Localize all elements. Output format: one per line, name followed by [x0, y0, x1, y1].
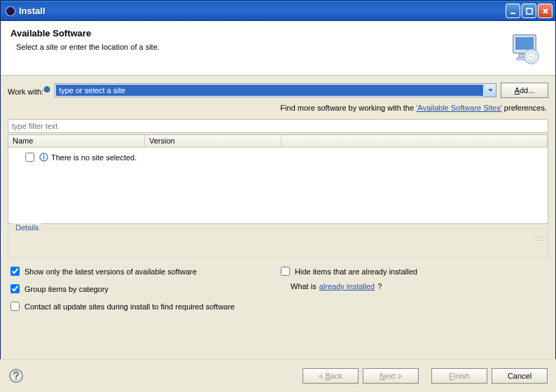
window-title: Install — [19, 6, 506, 16]
details-legend: Details — [13, 223, 42, 232]
finish-button: Finish — [431, 368, 487, 384]
app-icon — [5, 6, 16, 17]
already-installed-link[interactable]: already installed — [319, 282, 375, 290]
col-spacer — [282, 135, 548, 147]
help-icon[interactable] — [8, 368, 24, 384]
workwith-label: Work with:⬤ — [8, 85, 50, 96]
svg-rect-6 — [515, 37, 534, 50]
svg-point-16 — [15, 379, 17, 380]
col-name[interactable]: Name — [8, 135, 145, 147]
titlebar: Install — [1, 1, 555, 21]
filter-input[interactable] — [8, 119, 548, 133]
col-version[interactable]: Version — [145, 135, 282, 147]
svg-rect-13 — [43, 156, 44, 160]
workwith-combo[interactable] — [55, 83, 496, 97]
svg-point-11 — [530, 55, 532, 57]
svg-rect-2 — [6, 9, 15, 12]
available-sites-link[interactable]: 'Available Software Sites' — [416, 104, 502, 112]
info-icon — [39, 153, 48, 162]
svg-point-14 — [43, 155, 45, 156]
resize-handle[interactable] — [535, 237, 545, 241]
group-category-label: Group items by category — [25, 285, 109, 293]
cancel-button[interactable]: Cancel — [492, 368, 548, 384]
contact-all-label: Contact all update sites during install … — [25, 302, 235, 311]
table-row: There is no site selected. — [22, 150, 543, 164]
group-category-checkbox[interactable] — [11, 284, 20, 293]
hide-installed-checkbox[interactable] — [281, 267, 290, 276]
close-button[interactable] — [538, 4, 552, 18]
svg-rect-4 — [527, 8, 532, 14]
chevron-down-icon[interactable] — [484, 84, 496, 97]
software-table: Name Version There is no site selected. — [8, 134, 548, 224]
add-button[interactable]: AAdd...dd... — [501, 83, 548, 98]
wizard-footer: < Back Next > Finish Cancel — [0, 359, 556, 392]
show-latest-checkbox[interactable] — [11, 267, 20, 276]
already-installed-text: What is already installed? — [291, 282, 548, 290]
workwith-input[interactable] — [56, 85, 483, 96]
page-title: Available Software — [11, 28, 503, 38]
svg-rect-3 — [510, 13, 515, 14]
back-button: < Back — [303, 368, 359, 384]
show-latest-label: Show only the latest versions of availab… — [25, 267, 197, 276]
find-more-text: Find more software by working with the '… — [8, 104, 547, 112]
empty-message: There is no site selected. — [51, 153, 137, 162]
contact-all-checkbox[interactable] — [11, 302, 20, 311]
next-button: Next > — [363, 368, 419, 384]
hide-installed-label: Hide items that are already installed — [295, 267, 417, 276]
minimize-button[interactable] — [506, 4, 520, 18]
details-group: Details — [8, 228, 548, 258]
wizard-header: Available Software Select a site or ente… — [1, 21, 555, 76]
page-subtitle: Select a site or enter the location of a… — [16, 43, 503, 51]
maximize-button[interactable] — [522, 4, 536, 18]
wizard-image — [503, 28, 545, 71]
row-checkbox[interactable] — [25, 153, 34, 162]
